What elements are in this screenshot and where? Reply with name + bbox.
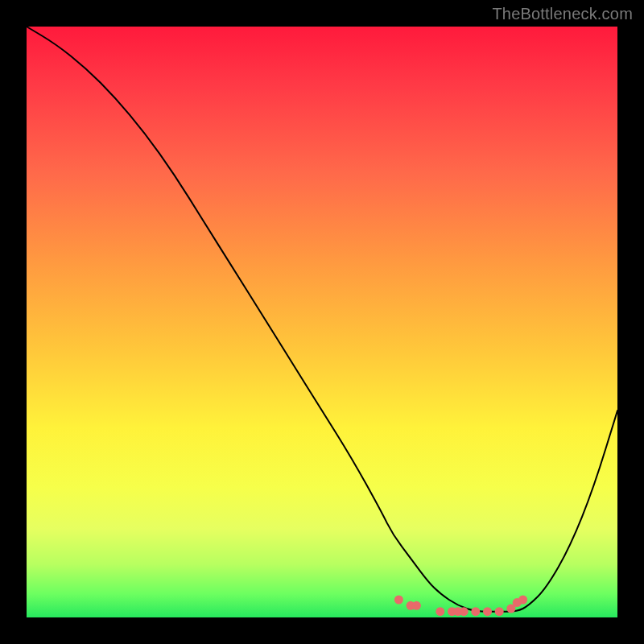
dot — [471, 607, 480, 616]
dot — [412, 601, 421, 610]
chart-svg — [27, 27, 617, 617]
dot — [436, 607, 444, 616]
dot — [483, 607, 492, 616]
watermark-text: TheBottleneck.com — [492, 5, 633, 23]
dot — [495, 607, 504, 616]
dot — [460, 607, 469, 616]
chart-frame: TheBottleneck.com — [0, 0, 644, 644]
dot — [394, 596, 403, 605]
plot-area — [27, 27, 617, 617]
bottleneck-curve — [27, 27, 617, 612]
dot — [518, 596, 527, 605]
